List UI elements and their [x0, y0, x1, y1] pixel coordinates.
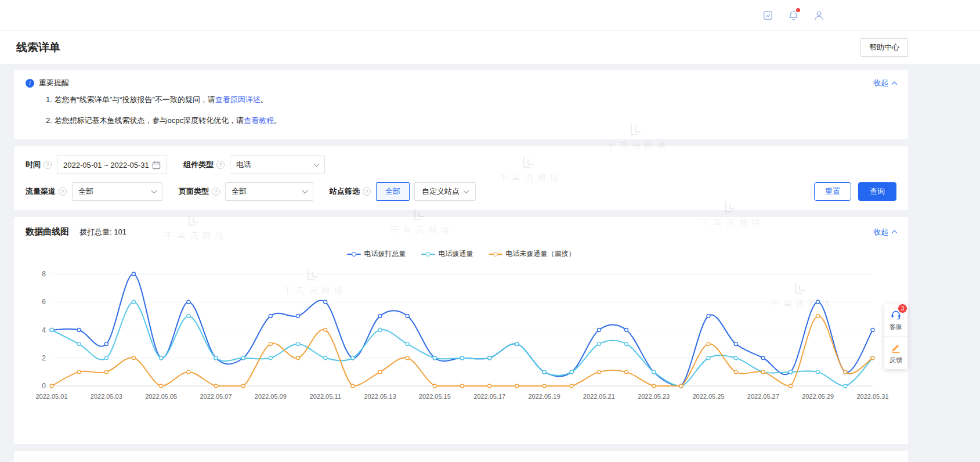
site-filter-all-button[interactable]: 全部 [376, 182, 410, 201]
chevron-up-icon [892, 230, 898, 236]
svg-text:2022.05.29: 2022.05.29 [802, 393, 834, 400]
help-question-icon[interactable] [216, 161, 225, 169]
chevron-down-icon [302, 188, 308, 194]
svg-text:4: 4 [42, 326, 46, 334]
legend-item[interactable]: 电话拨通量 [421, 249, 473, 259]
float-panel: 3 客服 反馈 [884, 304, 907, 369]
reset-button[interactable]: 重置 [814, 182, 851, 201]
bell-icon[interactable] [784, 6, 802, 24]
svg-text:8: 8 [42, 270, 46, 278]
data-panel-icon[interactable] [758, 6, 777, 24]
svg-text:2022.05.27: 2022.05.27 [747, 393, 779, 400]
legend-marker-icon [347, 254, 361, 255]
query-button[interactable]: 查询 [858, 182, 896, 201]
main-content: 重要提醒 收起 1. 若您有“线索详单”与“投放报告”不一致的疑问，请查看原因详… [0, 64, 980, 462]
help-question-icon[interactable] [363, 187, 371, 196]
svg-text:2022.05.17: 2022.05.17 [473, 393, 505, 400]
page-title: 线索详单 [16, 40, 60, 55]
total-calls-text: 拨打总量: 101 [79, 227, 126, 237]
chart-collapse-link[interactable]: 收起 [873, 227, 896, 237]
svg-text:2022.05.07: 2022.05.07 [200, 393, 232, 400]
notice-card: 重要提醒 收起 1. 若您有“线索详单”与“投放报告”不一致的疑问，请查看原因详… [14, 70, 908, 139]
legend-label: 电话未拨通量（漏接） [506, 249, 576, 259]
topbar [0, 0, 980, 30]
notice-collapse-link[interactable]: 收起 [873, 78, 896, 88]
legend-label: 电话拨打总量 [364, 249, 406, 259]
notice-item: 1. 若您有“线索详单”与“投放报告”不一致的疑问，请查看原因详述。 [26, 90, 896, 109]
svg-text:2022.05.13: 2022.05.13 [364, 393, 396, 400]
svg-text:2022.05.11: 2022.05.11 [310, 393, 341, 400]
notification-dot [796, 8, 800, 12]
chart-card: 数据曲线图 拨打总量: 101 收起 电话拨打总量电话拨通量电话未拨通量（漏接）… [14, 217, 908, 444]
svg-text:2022.05.25: 2022.05.25 [692, 393, 724, 400]
filter-card: 时间 2022-05-01 ~ 2022-05-31 组件类型 电话 [14, 146, 908, 210]
svg-text:0: 0 [42, 382, 46, 390]
help-question-icon[interactable] [59, 187, 67, 196]
legend-item[interactable]: 电话拨打总量 [347, 249, 406, 259]
svg-text:2022.05.15: 2022.05.15 [419, 393, 451, 400]
site-filter-label: 站点筛选 [330, 186, 360, 197]
info-icon [26, 79, 34, 88]
legend-marker-icon [489, 254, 502, 255]
component-type-label: 组件类型 [183, 160, 214, 170]
chart-canvas: 024682022.05.012022.05.032022.05.052022.… [26, 267, 896, 403]
chart-legend: 电话拨打总量电话拨通量电话未拨通量（漏接） [26, 249, 896, 259]
chart-title: 数据曲线图 [26, 226, 69, 237]
svg-text:2022.05.31: 2022.05.31 [856, 393, 888, 400]
calendar-icon [152, 161, 161, 169]
pencil-icon [890, 342, 902, 353]
view-reason-link[interactable]: 查看原因详述 [215, 95, 261, 104]
page-type-label: 页面类型 [179, 186, 209, 197]
time-label: 时间 [26, 160, 41, 170]
next-section-stub [14, 451, 908, 462]
svg-text:2022.05.23: 2022.05.23 [638, 393, 670, 400]
legend-label: 电话拨通量 [439, 249, 473, 259]
legend-marker-icon [421, 254, 435, 255]
customer-service-button[interactable]: 3 客服 [884, 304, 907, 336]
chevron-down-icon [151, 188, 157, 194]
svg-text:2: 2 [42, 354, 46, 362]
svg-text:2022.05.09: 2022.05.09 [255, 393, 287, 400]
view-tutorial-link[interactable]: 查看教程 [244, 116, 274, 125]
component-type-select[interactable]: 电话 [230, 156, 325, 174]
site-filter-custom-button[interactable]: 自定义站点 [414, 182, 476, 201]
svg-text:2022.05.01: 2022.05.01 [35, 393, 67, 400]
notice-item: 2. 若您想标记基木鱼线索状态，参与ocpc深度转化优化，请查看教程。 [26, 111, 896, 130]
feedback-button[interactable]: 反馈 [884, 336, 907, 369]
svg-text:2022.05.21: 2022.05.21 [583, 393, 615, 400]
page-type-select[interactable]: 全部 [225, 182, 313, 201]
legend-item[interactable]: 电话未拨通量（漏接） [489, 249, 576, 259]
svg-text:2022.05.19: 2022.05.19 [528, 393, 560, 400]
svg-text:6: 6 [42, 298, 46, 306]
chevron-down-icon [314, 161, 320, 167]
help-center-button[interactable]: 帮助中心 [860, 38, 908, 57]
notice-title: 重要提醒 [39, 78, 69, 88]
help-question-icon[interactable] [212, 187, 220, 196]
page-header: 线索详单 帮助中心 [0, 30, 980, 64]
traffic-channel-select[interactable]: 全部 [72, 182, 162, 201]
line-chart: 024682022.05.012022.05.032022.05.052022.… [26, 267, 896, 406]
service-badge: 3 [898, 304, 907, 313]
traffic-channel-label: 流量渠道 [26, 186, 56, 197]
chevron-up-icon [892, 81, 898, 87]
svg-text:2022.05.05: 2022.05.05 [145, 393, 177, 400]
svg-text:2022.05.03: 2022.05.03 [91, 393, 122, 400]
user-icon[interactable] [809, 6, 828, 24]
date-range-input[interactable]: 2022-05-01 ~ 2022-05-31 [57, 156, 167, 174]
help-question-icon[interactable] [44, 161, 52, 169]
chevron-down-icon [464, 188, 469, 194]
